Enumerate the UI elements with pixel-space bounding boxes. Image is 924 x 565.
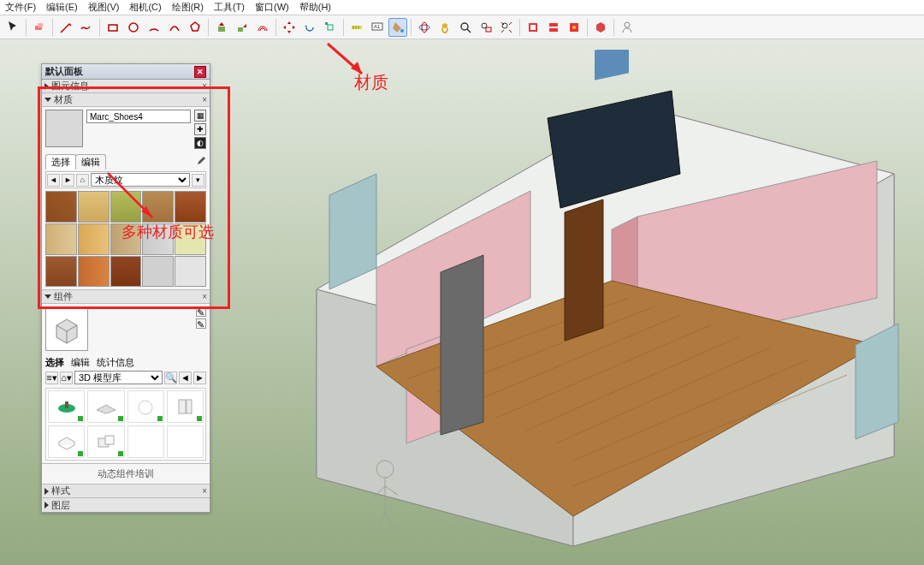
material-thumb[interactable] [110,223,142,255]
material-thumb[interactable] [78,191,110,223]
components-stats-tab[interactable]: 统计信息 [97,356,134,369]
comp-nav-fwd-icon[interactable]: ► [193,372,206,384]
materials-select-tab[interactable]: 选择 [45,154,76,170]
tape-tool[interactable] [347,18,366,37]
paint-bucket-tool[interactable] [388,18,407,37]
text-tool[interactable]: A1 [368,18,387,37]
section-fill-tool[interactable] [565,18,583,37]
move-tool[interactable] [280,18,299,37]
materials-header[interactable]: 材质 × [42,93,210,107]
rotate-tool[interactable] [300,18,319,37]
eyedropper-icon[interactable] [194,156,206,168]
component-flag2-icon[interactable]: ✎ [196,318,206,329]
sample-material-icon[interactable]: ◐ [194,137,206,149]
extension-tool[interactable] [591,18,610,37]
create-material-icon[interactable]: ✚ [194,123,206,135]
nav-home-icon[interactable]: ⌂ [76,174,89,187]
zoom-tool[interactable] [456,18,475,37]
component-item[interactable] [87,425,124,458]
polygon-tool[interactable] [186,18,204,37]
pushpull-tool[interactable] [212,18,231,37]
close-section-icon[interactable]: × [202,486,207,496]
library-menu-icon[interactable]: ▾ [192,174,204,187]
material-thumb[interactable] [110,256,142,288]
followme-tool[interactable] [233,18,252,37]
close-icon[interactable]: ✕ [194,66,206,78]
signin-button[interactable] [618,18,637,37]
material-thumb[interactable] [78,256,110,288]
menu-camera[interactable]: 相机(C) [124,1,166,14]
circle-tool[interactable] [124,18,143,37]
close-section-icon[interactable]: × [202,81,207,91]
components-select-tab[interactable]: 选择 [45,356,64,369]
menu-draw[interactable]: 绘图(R) [167,1,209,14]
material-thumb[interactable] [175,223,206,255]
entity-info-header[interactable]: 图元信息 × [42,80,210,93]
menu-file[interactable]: 文件(F) [0,1,41,14]
materials-panel: ▦ ✚ ◐ 选择 编辑 ◄ ► ⌂ 木质纹 ▾ [42,107,210,290]
arc-tool[interactable] [145,18,163,37]
freehand-tool[interactable] [77,18,96,37]
dynamic-components-link[interactable]: 动态组件培训 [42,464,210,485]
component-library-select[interactable]: 3D 模型库 [74,371,163,384]
line-tool[interactable] [56,18,75,37]
orbit-tool[interactable] [415,18,434,37]
menu-help[interactable]: 帮助(H) [294,1,336,14]
material-thumb[interactable] [45,256,77,288]
material-thumb[interactable] [45,223,77,255]
zoom-window-tool[interactable] [477,18,495,37]
menu-window[interactable]: 窗口(W) [250,1,294,14]
select-tool[interactable] [3,18,22,37]
section-tool[interactable] [524,18,542,37]
component-item[interactable] [48,425,85,458]
layers-label: 图层 [51,499,70,512]
material-category-select[interactable]: 木质纹 [91,173,190,187]
default-material-icon[interactable]: ▦ [194,110,206,122]
component-item[interactable] [167,425,204,458]
component-item[interactable] [167,390,204,423]
comp-nav-back-icon[interactable]: ◄ [179,372,192,384]
svg-point-23 [625,22,630,27]
tray-titlebar[interactable]: 默认面板 ✕ [42,64,210,80]
menu-view[interactable]: 视图(V) [83,1,125,14]
material-thumb[interactable] [142,256,174,288]
comp-home-icon[interactable]: ⌂▾ [60,372,73,384]
menu-edit[interactable]: 编辑(E) [41,1,83,14]
material-thumb[interactable] [175,256,206,288]
components-header[interactable]: 组件 × [42,290,210,304]
comp-search-icon[interactable]: 🔍 [164,372,177,384]
close-section-icon[interactable]: × [202,292,207,301]
component-item[interactable] [127,390,164,423]
component-item[interactable] [87,390,124,423]
comp-menu-icon[interactable]: ≡▾ [45,372,58,384]
material-thumb[interactable] [78,223,110,255]
material-thumb[interactable] [142,191,174,223]
material-name-input[interactable] [86,110,191,123]
styles-header[interactable]: 样式 × [42,485,210,498]
tray-title: 默认面板 [45,65,83,78]
scale-tool[interactable] [321,18,340,37]
close-section-icon[interactable]: × [202,95,207,104]
layers-header[interactable]: 图层 [42,498,210,512]
nav-fwd-icon[interactable]: ► [62,174,74,187]
nav-back-icon[interactable]: ◄ [47,174,60,187]
material-thumb[interactable] [142,223,174,255]
rectangle-tool[interactable] [104,18,122,37]
component-item[interactable] [48,390,85,423]
model-viewport[interactable] [235,50,911,555]
component-item[interactable] [127,425,164,458]
current-material-swatch[interactable] [45,110,83,147]
arc2-tool[interactable] [165,18,184,37]
menu-tools[interactable]: 工具(T) [209,1,250,14]
material-thumb[interactable] [175,191,206,223]
material-thumb[interactable] [45,191,77,223]
zoom-extents-tool[interactable] [497,18,516,37]
section-display-tool[interactable] [544,18,563,37]
materials-edit-tab[interactable]: 编辑 [75,154,106,170]
eraser-tool[interactable] [30,18,49,37]
offset-tool[interactable] [253,18,272,37]
components-edit-tab[interactable]: 编辑 [71,356,90,369]
material-thumb[interactable] [110,191,142,223]
pan-tool[interactable] [435,18,454,37]
component-flag-icon[interactable]: ✎ [196,306,206,317]
